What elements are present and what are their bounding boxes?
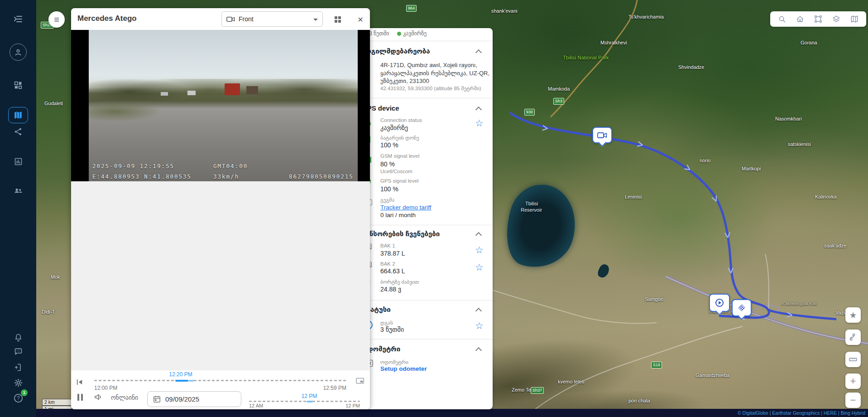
camera-event-marker[interactable] — [592, 127, 612, 143]
road-shield: Sh37 — [531, 387, 544, 394]
plan-price: 0 lari / month — [380, 212, 416, 218]
connection-status-value: კავშირზე — [380, 124, 408, 131]
timeline-cursor-time: 12:20 PM — [167, 371, 194, 378]
map-favorites-button[interactable] — [845, 307, 861, 323]
map-geofence-button[interactable] — [812, 13, 824, 25]
day-start-label: 12 AM — [249, 403, 263, 408]
battery-value: 100 % — [380, 141, 398, 149]
video-overlay-speed: 33km/h — [213, 173, 239, 180]
video-playback-marker[interactable] — [709, 294, 730, 312]
map-label: Leninisi — [625, 194, 642, 199]
route-icon — [849, 333, 858, 342]
sidebar-add-device-button[interactable] — [12, 361, 24, 373]
dashcam-video-frame[interactable]: 2025-09-09 12:19:55 GMT04:00 E:44.880953… — [89, 30, 358, 181]
sidebar-account-button[interactable] — [10, 44, 27, 61]
map-label: Ts'khvarichamia — [628, 14, 664, 19]
road-shield: 964 — [406, 5, 417, 12]
map-address-button[interactable] — [794, 13, 806, 25]
grid-view-button[interactable] — [333, 15, 343, 24]
divider — [357, 41, 493, 41]
sidebar-share-button[interactable] — [12, 125, 24, 138]
import-device-icon — [14, 363, 23, 372]
map-label: Mamkoda — [548, 86, 570, 92]
bell-icon — [14, 333, 23, 342]
dashboard-grid-icon — [13, 80, 23, 90]
camera-icon — [597, 132, 607, 139]
map-zoom-in-button[interactable] — [845, 373, 861, 389]
video-overlay-datetime: 2025-09-09 12:19:55 — [92, 163, 174, 170]
battery-label: ბატარეის დონე — [380, 135, 419, 141]
day-timeline-track[interactable] — [249, 401, 360, 402]
grid-icon — [334, 16, 341, 23]
map-search-button[interactable] — [776, 13, 788, 25]
connection-status-label: Connection status — [380, 117, 422, 123]
video-overlay-coords: E:44.880953 N:41.800535 — [92, 173, 192, 180]
favorite-star-icon[interactable] — [475, 321, 485, 331]
sidebar-collapse-button[interactable] — [12, 13, 24, 25]
pause-button[interactable] — [76, 393, 84, 402]
sidebar-map-button-active[interactable] — [8, 107, 28, 123]
sidebar-settings-button[interactable] — [12, 376, 24, 389]
video-overlay-timezone: GMT04:00 — [213, 163, 248, 170]
timeline-buffered-segment — [175, 380, 188, 382]
plan-label: გეგმა — [380, 197, 394, 203]
pixelated-event-marker[interactable] — [732, 299, 752, 316]
map-label: saak'adze — [824, 243, 846, 248]
video-player-panel: Mercedes Atego Front — [71, 8, 370, 409]
plan-tariff-link[interactable]: Tracker demo tariff — [380, 204, 432, 211]
sidebar-chat-button[interactable] — [12, 345, 24, 358]
collapse-chevron-icon[interactable] — [476, 49, 481, 53]
collapse-chevron-icon[interactable] — [476, 232, 481, 236]
object-details-panel: 3 წუთში კავშირზე ადგილმდებარეობა 4R-171D… — [357, 28, 493, 409]
divider — [357, 225, 493, 225]
video-hills — [89, 79, 358, 101]
map-measure-button[interactable] — [845, 352, 861, 367]
map-label: Martkopi — [742, 166, 761, 171]
map-label: Gudaleti — [44, 101, 63, 106]
skip-to-start-button[interactable] — [75, 377, 85, 387]
chevron-down-icon — [313, 19, 318, 21]
search-icon — [777, 15, 786, 24]
sidebar-dashboard-button[interactable] — [12, 79, 24, 92]
map-track-button[interactable] — [845, 330, 861, 345]
collapse-menu-icon — [13, 14, 24, 24]
panel-toggle-button[interactable] — [48, 11, 65, 28]
road-shield: 930 — [524, 109, 535, 116]
building-icon — [796, 15, 805, 24]
map-zoom-out-button[interactable] — [845, 393, 861, 408]
map-toolbar — [770, 11, 866, 27]
sidebar-reports-button[interactable] — [12, 155, 24, 168]
road-shield: Sh3 — [553, 98, 564, 105]
camera-select-dropdown[interactable]: Front — [221, 11, 323, 27]
pip-icon — [356, 378, 364, 384]
collapse-chevron-icon[interactable] — [476, 307, 481, 312]
pause-icon — [77, 393, 83, 401]
picture-in-picture-button[interactable] — [355, 376, 365, 385]
divider — [357, 98, 493, 98]
sidebar-help-button[interactable]: ? 1 — [12, 392, 24, 404]
sidebar-notifications-button[interactable] — [12, 331, 24, 344]
collapse-chevron-icon[interactable] — [476, 347, 481, 351]
map-label-park: Tbilisi National Park — [563, 55, 609, 60]
favorite-star-icon[interactable] — [475, 118, 485, 128]
favorite-star-icon[interactable] — [475, 262, 485, 272]
sidebar-users-button[interactable] — [12, 184, 24, 197]
date-picker[interactable]: 09/09/2025 — [147, 391, 241, 407]
favorite-star-icon[interactable] — [475, 245, 485, 255]
gps-value: 100 % — [380, 185, 398, 193]
volume-button[interactable] — [93, 392, 104, 402]
setup-odometer-link[interactable]: Setup odometer — [380, 365, 427, 372]
map-label: Didi-T — [42, 309, 55, 315]
map-label-road: K'akhetis gzat k'ari — [782, 301, 817, 306]
close-button[interactable] — [355, 15, 365, 24]
main-sidebar: ? 1 — [0, 0, 36, 417]
video-letterbox: 2025-09-09 12:19:55 GMT04:00 E:44.880953… — [71, 30, 370, 181]
collapse-chevron-icon[interactable] — [476, 106, 481, 111]
map-layers-button[interactable] — [830, 13, 842, 25]
chat-icon — [14, 347, 23, 356]
map-basemap-button[interactable] — [849, 13, 860, 25]
svg-text:?: ? — [17, 395, 19, 401]
map-attribution: © DigitalGlobe | Earthstar Geographics |… — [36, 409, 868, 417]
video-timeline-track[interactable] — [94, 380, 346, 381]
layers-icon — [832, 15, 841, 24]
